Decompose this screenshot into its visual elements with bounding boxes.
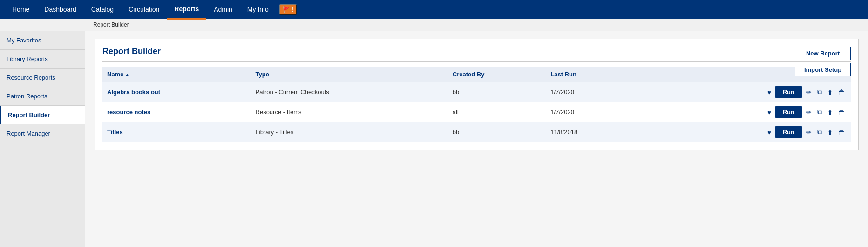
- import-setup-button[interactable]: Import Setup: [795, 63, 851, 76]
- export-icon: ⬆: [827, 129, 833, 136]
- run-button[interactable]: Run: [775, 126, 802, 138]
- cell-created-by: bb: [448, 82, 546, 103]
- main-content: Report Builder New Report Import Setup N…: [85, 31, 868, 247]
- col-last-run: Last Run: [546, 67, 632, 82]
- copy-button[interactable]: ⧉: [816, 87, 823, 97]
- flag-wrapper: 🚩 !: [276, 4, 297, 15]
- flag-icon: 🚩: [283, 6, 290, 13]
- delete-icon: 🗑: [838, 109, 845, 116]
- run-button[interactable]: Run: [775, 86, 802, 98]
- cell-actions: +♥Run✏⧉⬆🗑: [632, 122, 851, 142]
- delete-icon: 🗑: [838, 129, 845, 136]
- report-table: Name Type Created By Last Run Algebra bo…: [102, 67, 851, 142]
- report-panel: Report Builder New Report Import Setup N…: [95, 39, 859, 150]
- table-row: TitlesLibrary - Titlesbb11/8/2018+♥Run✏⧉…: [102, 122, 851, 142]
- export-button[interactable]: ⬆: [826, 88, 834, 97]
- copy-icon: ⧉: [817, 108, 822, 116]
- nav-myinfo[interactable]: My Info: [240, 0, 276, 19]
- nav-home[interactable]: Home: [5, 0, 37, 19]
- edit-button[interactable]: ✏: [805, 88, 813, 97]
- sidebar-item-resource-reports[interactable]: Resource Reports: [0, 69, 85, 87]
- row-actions: +♥Run✏⧉⬆🗑: [637, 126, 846, 138]
- col-name[interactable]: Name: [102, 67, 251, 82]
- col-created-by: Created By: [448, 67, 546, 82]
- row-actions: +♥Run✏⧉⬆🗑: [637, 86, 846, 98]
- top-nav: Home Dashboard Catalog Circulation Repor…: [0, 0, 868, 19]
- cell-name: Titles: [102, 122, 251, 142]
- delete-button[interactable]: 🗑: [837, 128, 846, 137]
- cell-actions: +♥Run✏⧉⬆🗑: [632, 82, 851, 103]
- breadcrumb-text: Report Builder: [93, 21, 129, 28]
- row-actions: +♥Run✏⧉⬆🗑: [637, 106, 846, 118]
- add-favorite-button[interactable]: +♥: [763, 88, 773, 97]
- cell-name: resource notes: [102, 102, 251, 122]
- copy-icon: ⧉: [817, 88, 822, 96]
- export-icon: ⬆: [827, 109, 833, 116]
- delete-button[interactable]: 🗑: [837, 108, 846, 117]
- sidebar-item-library-reports[interactable]: Library Reports: [0, 50, 85, 69]
- breadcrumb: Report Builder: [0, 19, 868, 31]
- table-row: Algebra books outPatron - Current Checko…: [102, 82, 851, 103]
- cell-last-run: 1/7/2020: [546, 102, 632, 122]
- edit-icon: ✏: [806, 129, 812, 136]
- export-icon: ⬆: [827, 89, 833, 96]
- sidebar-item-report-builder[interactable]: Report Builder: [0, 106, 85, 124]
- cell-name: Algebra books out: [102, 82, 251, 103]
- nav-reports[interactable]: Reports: [167, 0, 206, 20]
- edit-button[interactable]: ✏: [805, 128, 813, 137]
- nav-catalog[interactable]: Catalog: [84, 0, 121, 19]
- page-title: Report Builder: [102, 47, 851, 62]
- cell-created-by: bb: [448, 122, 546, 142]
- run-button[interactable]: Run: [775, 106, 802, 118]
- cell-type: Library - Titles: [251, 122, 448, 142]
- edit-icon: ✏: [806, 89, 812, 96]
- cell-created-by: all: [448, 102, 546, 122]
- cell-actions: +♥Run✏⧉⬆🗑: [632, 102, 851, 122]
- delete-icon: 🗑: [838, 89, 845, 96]
- export-button[interactable]: ⬆: [826, 108, 834, 117]
- cell-last-run: 1/7/2020: [546, 82, 632, 103]
- edit-button[interactable]: ✏: [805, 108, 813, 117]
- col-type: Type: [251, 67, 448, 82]
- flag-count: !: [292, 6, 293, 13]
- nav-circulation[interactable]: Circulation: [121, 0, 167, 19]
- table-header-row: Name Type Created By Last Run: [102, 67, 851, 82]
- copy-button[interactable]: ⧉: [816, 107, 823, 117]
- nav-dashboard[interactable]: Dashboard: [37, 0, 84, 19]
- cell-type: Resource - Items: [251, 102, 448, 122]
- nav-admin[interactable]: Admin: [206, 0, 240, 19]
- edit-icon: ✏: [806, 109, 812, 116]
- sidebar: My Favorites Library Reports Resource Re…: [0, 31, 85, 247]
- flag-button[interactable]: 🚩 !: [279, 4, 297, 15]
- cell-last-run: 11/8/2018: [546, 122, 632, 142]
- delete-button[interactable]: 🗑: [837, 88, 846, 97]
- action-buttons: New Report Import Setup: [795, 47, 851, 76]
- add-favorite-button[interactable]: +♥: [763, 128, 773, 137]
- copy-icon: ⧉: [817, 128, 822, 136]
- new-report-button[interactable]: New Report: [795, 47, 851, 60]
- add-favorite-button[interactable]: +♥: [763, 108, 773, 117]
- cell-type: Patron - Current Checkouts: [251, 82, 448, 103]
- sidebar-item-my-favorites[interactable]: My Favorites: [0, 31, 85, 50]
- export-button[interactable]: ⬆: [826, 128, 834, 137]
- copy-button[interactable]: ⧉: [816, 127, 823, 137]
- layout: My Favorites Library Reports Resource Re…: [0, 31, 868, 247]
- sidebar-item-patron-reports[interactable]: Patron Reports: [0, 87, 85, 106]
- sidebar-item-report-manager[interactable]: Report Manager: [0, 124, 85, 143]
- table-row: resource notesResource - Itemsall1/7/202…: [102, 102, 851, 122]
